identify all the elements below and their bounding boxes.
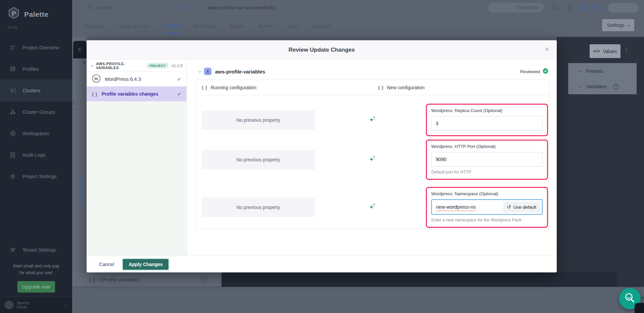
kebab-menu-icon[interactable]: ⋮ [623, 46, 630, 54]
tab-nodes[interactable]: Nodes [231, 23, 245, 29]
profile-variables-summary[interactable]: { } 3 Profile variables i [72, 272, 221, 287]
svg-text:P: P [12, 10, 16, 17]
use-default-label: Use default [513, 205, 536, 210]
background-editor [221, 272, 617, 288]
topbar: Default / Clusters / aws-profile-var-scr… [72, 0, 644, 15]
palette-logo-icon: P [7, 7, 20, 22]
help-icon: ? [613, 84, 618, 89]
selected-row-indicator [81, 177, 82, 203]
no-previous-property-box: No previous property [202, 150, 315, 169]
upgrade-now-button[interactable]: Upgrade now [17, 281, 55, 293]
presets-row[interactable]: Presets [568, 63, 637, 79]
field-label: Wordpress: Namespace (Optional) [431, 191, 543, 196]
promo-line2: for what you use! [0, 269, 72, 276]
project-selector-value: Default [97, 5, 112, 10]
tab-workloads[interactable]: Workloads [193, 23, 216, 29]
tab-overview[interactable]: Overview [83, 23, 103, 29]
replica-count-input[interactable] [431, 116, 543, 131]
profile-group-header[interactable]: AWS-PROFILE-VARIABLES PROJECT v1.1.0 [87, 60, 187, 72]
at-icon[interactable]: @ [566, 4, 574, 11]
sidebar-item-clusters[interactable]: Clusters [0, 80, 72, 101]
tab-profile[interactable]: Profile [164, 23, 179, 29]
breadcrumb-clusters-link[interactable]: Clusters [181, 5, 198, 10]
sidebar-item-project-overview[interactable]: Project Overview [0, 37, 72, 58]
settings-label: Settings [607, 22, 624, 28]
presets-label: Presets [586, 68, 603, 74]
new-value-sparkles-icon [368, 202, 377, 212]
project-selector[interactable]: Default [87, 4, 168, 11]
field-helper: Enter a new namespace for the Wordpress … [431, 218, 543, 222]
user-menu[interactable] [608, 3, 639, 12]
tools-icon: ⚒ [9, 246, 16, 254]
changed-field-highlight: Wordpress: HTTP Port (Optional) Default … [426, 140, 548, 180]
running-configuration-column: { } Running configuration [196, 85, 373, 90]
clipped-text-a: A [83, 60, 85, 64]
tab-backups[interactable]: Backups [313, 23, 332, 29]
chat-icon[interactable] [551, 4, 559, 11]
breadcrumb: / Clusters / aws-profile-var-screenshots [175, 5, 275, 11]
list-icon [9, 87, 16, 94]
sidebar-item-audit-logs[interactable]: Audit Logs [0, 144, 72, 166]
divider [72, 158, 87, 158]
network-icon [9, 108, 16, 116]
modal-footer: Cancel Apply Changes [87, 256, 557, 272]
clipped-text-i: I [73, 100, 74, 104]
modal-title: Review Update Changes [289, 47, 355, 53]
pack-options-panel: Presets Variables ? [568, 63, 637, 94]
cluster-tabs: Overview Usage & Costs Profile Workloads… [72, 15, 644, 37]
usage-meter[interactable]: 0.58/100kCh [488, 3, 544, 12]
upgrade-promo: Start small and only pay for what you us… [0, 263, 72, 276]
book-icon [581, 4, 587, 11]
sidebar-item-label: Clusters [22, 88, 40, 93]
new-configuration-column: { } New configuration [373, 85, 549, 90]
settings-button[interactable]: Settings [602, 19, 634, 31]
chevron-down-icon [628, 24, 630, 26]
close-icon[interactable]: ✕ [545, 46, 549, 53]
chevron-down-icon[interactable] [199, 70, 201, 72]
chevron-down-icon [91, 64, 94, 66]
project-grid-icon [87, 4, 94, 11]
page-footer: Discard Review & Save [72, 287, 644, 313]
org-name: Spectro Cloud [17, 301, 30, 309]
use-default-button[interactable]: ↺ Use default [503, 202, 540, 212]
sidebar-item-tenant-settings[interactable]: ⚒ Tenant Settings [0, 239, 72, 261]
topbar-right: 0.58/100kCh @ Docs [488, 3, 644, 12]
diff-row-namespace: No previous property Wordpress: Namespac… [196, 187, 549, 228]
apply-changes-button[interactable]: Apply Changes [123, 259, 168, 270]
docs-link[interactable]: Docs [581, 4, 600, 11]
variables-row[interactable]: Variables ? [568, 79, 637, 94]
wordpress-logo-icon: W [92, 74, 101, 84]
tab-events[interactable]: Events [258, 23, 273, 29]
wordpress-pack-item[interactable]: W WordPress 6.4.3 ✓ [87, 72, 187, 87]
no-previous-property-box: No previous property [202, 198, 315, 217]
profile-name: AWS-PROFILE-VARIABLES [96, 62, 144, 70]
tab-scan[interactable]: Scan [288, 23, 299, 29]
sidebar-item-profiles[interactable]: Profiles [0, 58, 72, 80]
breadcrumb-separator: / [175, 5, 177, 11]
braces-icon: { } [92, 92, 98, 97]
http-port-input[interactable] [431, 152, 543, 167]
check-icon: ✓ [177, 91, 181, 97]
braces-icon: { } [202, 85, 207, 90]
org-footer: Spectro Cloud ‹ [0, 297, 72, 313]
diff-row-replica-count: No previous property Wordpress: Replica … [196, 104, 549, 136]
modal-body: AWS-PROFILE-VARIABLES PROJECT v1.1.0 W W… [87, 60, 557, 256]
tab-usage-costs[interactable]: Usage & Costs [117, 23, 150, 29]
configuration-diff-card: { } Running configuration { } New config… [196, 80, 549, 229]
sidebar-item-cluster-groups[interactable]: Cluster Groups [0, 101, 72, 123]
namespace-input[interactable]: new-wordpress-ns ↺ Use default [431, 199, 543, 215]
collapse-sidebar-icon[interactable]: ‹ [65, 302, 67, 309]
modal-main-panel: aws-profile-variables Reviewed { } Runni… [187, 60, 557, 256]
check-circle-icon [543, 68, 548, 75]
sidebar-item-project-settings[interactable]: ⚙ Project Settings [0, 166, 72, 187]
namespace-value[interactable]: new-wordpress-ns [436, 204, 476, 210]
modal-left-panel: AWS-PROFILE-VARIABLES PROJECT v1.1.0 W W… [87, 60, 187, 256]
profile-variables-changes-item[interactable]: { } Profile variables changes ✓ [87, 87, 187, 101]
braces-icon: { } [89, 277, 95, 282]
values-button[interactable]: </> Values [590, 44, 621, 58]
sidebar-item-label: Cluster Groups [22, 109, 55, 115]
sidebar-item-workspaces[interactable]: Workspaces [0, 123, 72, 144]
docs-label: Docs [589, 5, 600, 10]
cancel-button[interactable]: Cancel [99, 262, 114, 267]
info-icon: i [201, 276, 207, 282]
